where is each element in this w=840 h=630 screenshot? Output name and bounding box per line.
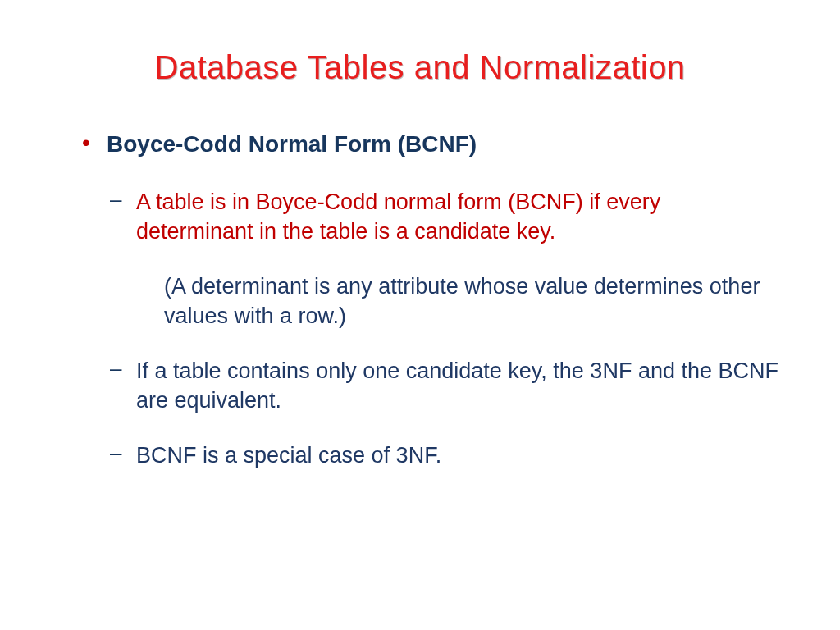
point-text: BCNF is a special case of 3NF. [136,441,783,470]
heading-text: Boyce-Codd Normal Form (BCNF) [107,131,477,157]
bullet-level2: BCNF is a special case of 3NF. [110,441,783,470]
bullet-level1: Boyce-Codd Normal Form (BCNF) [82,131,783,158]
slide-title: Database Tables and Normalization [57,49,783,86]
point-text: A table is in Boyce-Codd normal form (BC… [136,187,783,247]
point-text: If a table contains only one candidate k… [136,356,783,416]
bullet-level2: A table is in Boyce-Codd normal form (BC… [110,187,783,247]
bullet-level2: If a table contains only one candidate k… [110,356,783,416]
slide-content: Boyce-Codd Normal Form (BCNF) A table is… [57,131,783,470]
note-text: (A determinant is any attribute whose va… [164,272,783,331]
